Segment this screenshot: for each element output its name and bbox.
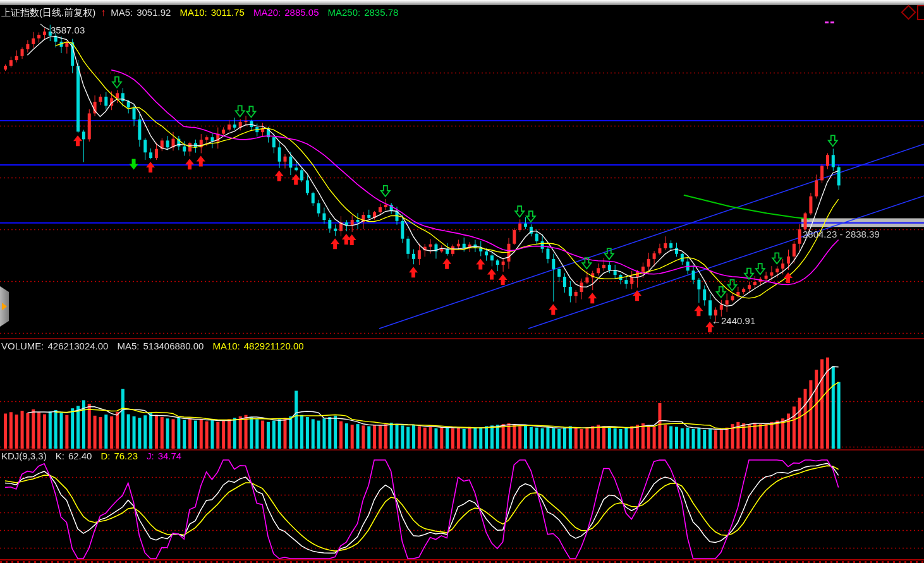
k-label: K: bbox=[56, 451, 64, 462]
magenta-dash-icon bbox=[830, 21, 834, 23]
volume-value: 426213024.00 bbox=[48, 341, 109, 352]
symbol-title[interactable]: 上证指数(日线.前复权) bbox=[1, 7, 95, 18]
ma250-value: 2835.78 bbox=[364, 7, 398, 18]
ma10-label: MA10: bbox=[179, 7, 207, 18]
k-value: 62.40 bbox=[68, 451, 92, 462]
kdj-header: KDJ(9,3,3) K: 62.40 D: 76.23 J: 34.74 bbox=[1, 451, 181, 462]
ma20-label: MA20: bbox=[253, 7, 281, 18]
ma5-value: 3051.92 bbox=[137, 7, 171, 18]
vol-ma10-value: 482921120.00 bbox=[244, 341, 304, 352]
ma20-value: 2885.05 bbox=[284, 7, 319, 18]
top-scrollbar[interactable] bbox=[0, 0, 924, 5]
vol-ma5-label: MA5: bbox=[117, 341, 139, 352]
j-label: J: bbox=[147, 451, 154, 462]
rect-marker-icon[interactable] bbox=[917, 5, 924, 20]
trading-app-window: 上证指数(日线.前复权) ↑ MA5: 3051.92 MA10: 3011.7… bbox=[0, 0, 924, 563]
vol-ma10-label: MA10: bbox=[212, 341, 240, 352]
bottom-axis-line bbox=[0, 559, 924, 560]
panel-separator bbox=[0, 338, 924, 339]
d-value: 76.23 bbox=[114, 451, 138, 462]
magenta-dash-icon bbox=[825, 21, 829, 23]
main-chart-header: 上证指数(日线.前复权) ↑ MA5: 3051.92 MA10: 3011.7… bbox=[1, 7, 398, 18]
ma250-label: MA250: bbox=[327, 7, 360, 18]
trough-price-annotation: ←2440.91 bbox=[712, 315, 755, 326]
volume-header: VOLUME: 426213024.00 MA5: 513406880.00 M… bbox=[1, 341, 304, 352]
peak-price-annotation: 3587.03 bbox=[51, 25, 85, 35]
j-value: 34.74 bbox=[158, 451, 182, 462]
expand-arrow-icon[interactable] bbox=[2, 303, 7, 310]
trend-up-arrow-icon: ↑ bbox=[100, 7, 106, 18]
vol-ma5-value: 513406880.00 bbox=[143, 341, 204, 352]
d-label: D: bbox=[100, 451, 110, 462]
volume-label: VOLUME: bbox=[1, 341, 44, 352]
gap-zone-annotation: 2804.23 - 2838.39 bbox=[803, 229, 880, 239]
ma10-value: 3011.75 bbox=[211, 7, 245, 18]
chart-canvas[interactable] bbox=[0, 0, 924, 563]
ma5-label: MA5: bbox=[111, 7, 133, 18]
kdj-title[interactable]: KDJ(9,3,3) bbox=[1, 451, 47, 462]
